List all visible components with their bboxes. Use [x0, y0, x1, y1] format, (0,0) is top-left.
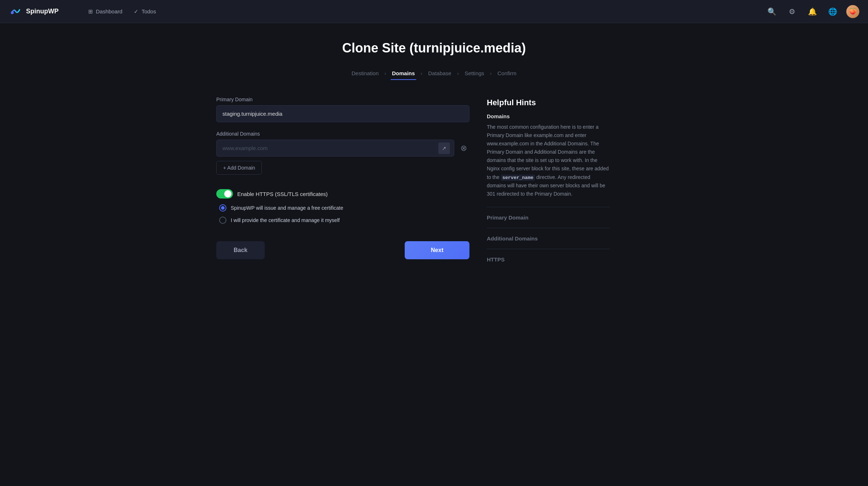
radio-spinupwp-cert[interactable]: SpinupWP will issue and manage a free ce…	[219, 204, 469, 212]
primary-domain-group: Primary Domain	[216, 97, 469, 122]
navbar: SpinupWP ⊞ Dashboard ✓ Todos 🔍 ⚙ 🔔 🌐 🍑	[0, 0, 868, 23]
remove-domain-button[interactable]: ⊗	[458, 142, 469, 154]
search-button[interactable]: 🔍	[765, 5, 778, 18]
nav-todos-label: Todos	[141, 8, 156, 14]
bell-icon: 🔔	[808, 7, 817, 16]
content-area: Primary Domain Additional Domains ↗ ⊗	[199, 97, 669, 277]
hints-primary-domain-link[interactable]: Primary Domain	[487, 214, 610, 221]
hints-divider-2	[487, 228, 610, 228]
additional-domains-label: Additional Domains	[216, 131, 469, 137]
nav-links: ⊞ Dashboard ✓ Todos	[81, 8, 765, 15]
step-destination-label: Destination	[352, 70, 379, 76]
radio-own-label: I will provide the certificate and manag…	[231, 217, 340, 223]
hints-body-text: The most common configuration here is to…	[487, 123, 610, 198]
avatar[interactable]: 🍑	[846, 5, 859, 18]
step-database-label: Database	[428, 70, 451, 76]
next-button[interactable]: Next	[405, 241, 469, 259]
additional-domain-input-wrap: ↗	[216, 140, 454, 157]
hints-https-link[interactable]: HTTPS	[487, 256, 610, 263]
certificate-radio-group: SpinupWP will issue and manage a free ce…	[216, 204, 469, 224]
grid-icon: ⊞	[88, 8, 93, 15]
hints-code-term: server_name	[501, 175, 535, 181]
logo-text: SpinupWP	[26, 8, 59, 15]
radio-spinupwp-indicator	[219, 204, 226, 212]
additional-domains-group: Additional Domains ↗ ⊗ + Add Domain	[216, 131, 469, 175]
hints-section-title: Domains	[487, 113, 610, 119]
step-domains[interactable]: Domains	[391, 67, 416, 79]
hints-body-part1: The most common configuration here is to…	[487, 124, 609, 180]
form-panel: Primary Domain Additional Domains ↗ ⊗	[216, 97, 469, 277]
next-label: Next	[431, 247, 443, 253]
chevron-3-icon: ›	[457, 71, 459, 76]
logo[interactable]: SpinupWP	[9, 5, 81, 18]
step-domains-label: Domains	[392, 70, 415, 76]
page-title: Clone Site (turnipjuice.media)	[342, 40, 526, 56]
chevron-1-icon: ›	[384, 71, 386, 76]
https-section: Enable HTTPS (SSL/TLS certificates) Spin…	[216, 189, 469, 224]
nav-todos[interactable]: ✓ Todos	[134, 8, 156, 15]
toggle-slider	[216, 189, 233, 199]
step-destination[interactable]: Destination	[350, 67, 380, 79]
hints-panel: Helpful Hints Domains The most common co…	[487, 97, 610, 277]
svg-point-1	[11, 11, 14, 14]
globe-button[interactable]: 🌐	[826, 5, 839, 18]
button-row: Back Next	[216, 241, 469, 259]
hints-divider-3	[487, 249, 610, 249]
check-icon: ✓	[134, 8, 139, 15]
main-content: Clone Site (turnipjuice.media) Destinati…	[0, 0, 868, 486]
search-icon: 🔍	[767, 7, 776, 16]
additional-domain-input[interactable]	[216, 140, 454, 157]
hints-title: Helpful Hints	[487, 98, 610, 107]
back-button[interactable]: Back	[216, 241, 265, 259]
radio-own-cert[interactable]: I will provide the certificate and manag…	[219, 217, 469, 224]
step-confirm-label: Confirm	[498, 70, 517, 76]
page-header: Clone Site (turnipjuice.media)	[342, 23, 526, 67]
add-domain-label: + Add Domain	[223, 165, 255, 171]
stepper: Destination › Domains › Database › Setti…	[350, 67, 518, 79]
redirect-icon: ↗	[442, 145, 446, 151]
globe-icon: 🌐	[828, 7, 837, 16]
remove-icon: ⊗	[460, 144, 467, 153]
hints-https-label: HTTPS	[487, 256, 505, 263]
step-settings[interactable]: Settings	[463, 67, 486, 79]
chevron-4-icon: ›	[490, 71, 492, 76]
chevron-2-icon: ›	[421, 71, 422, 76]
primary-domain-input[interactable]	[216, 105, 469, 122]
radio-spinupwp-label: SpinupWP will issue and manage a free ce…	[231, 205, 343, 211]
nav-dashboard-label: Dashboard	[96, 8, 122, 14]
primary-domain-label: Primary Domain	[216, 97, 469, 102]
hints-additional-domains-link[interactable]: Additional Domains	[487, 235, 610, 242]
https-toggle-row: Enable HTTPS (SSL/TLS certificates)	[216, 189, 469, 199]
settings-button[interactable]: ⚙	[786, 5, 799, 18]
step-database[interactable]: Database	[427, 67, 453, 79]
logo-icon	[9, 5, 22, 18]
domain-redirect-button[interactable]: ↗	[438, 142, 450, 154]
hints-divider-1	[487, 207, 610, 207]
add-domain-button[interactable]: + Add Domain	[216, 161, 262, 175]
settings-icon: ⚙	[789, 7, 795, 16]
hints-additional-domains-label: Additional Domains	[487, 235, 538, 242]
nav-dashboard[interactable]: ⊞ Dashboard	[88, 8, 122, 15]
additional-domain-row: ↗ ⊗	[216, 140, 469, 157]
https-label: Enable HTTPS (SSL/TLS certificates)	[237, 191, 328, 197]
back-label: Back	[234, 247, 247, 253]
hints-domains-section: Domains The most common configuration he…	[487, 113, 610, 198]
hints-primary-domain-label: Primary Domain	[487, 214, 528, 221]
nav-actions: 🔍 ⚙ 🔔 🌐 🍑	[765, 5, 859, 18]
notifications-button[interactable]: 🔔	[806, 5, 819, 18]
step-settings-label: Settings	[465, 70, 484, 76]
step-confirm[interactable]: Confirm	[496, 67, 518, 79]
avatar-emoji: 🍑	[849, 8, 856, 15]
radio-own-indicator	[219, 217, 226, 224]
https-toggle[interactable]	[216, 189, 233, 199]
